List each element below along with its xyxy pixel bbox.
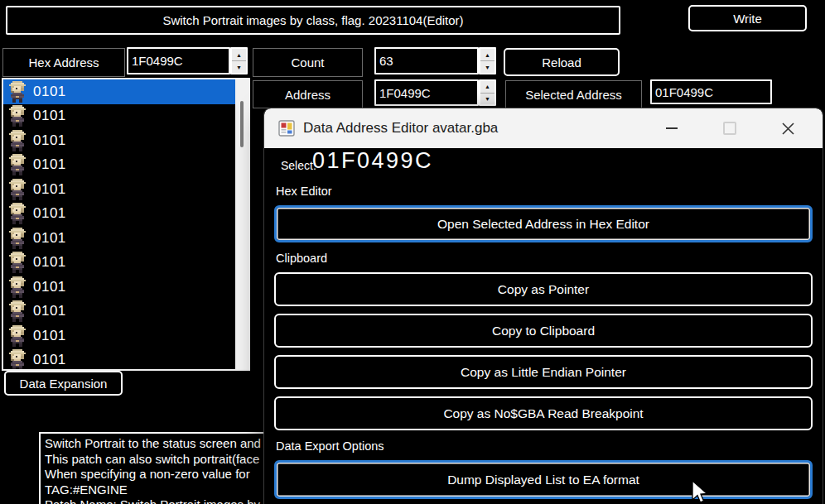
data-address-editor-dialog: Data Address Editor avatar.gba Select: 0… xyxy=(263,108,823,504)
list-item[interactable]: 0101 xyxy=(3,226,243,251)
spinner-down-icon[interactable]: ▼ xyxy=(232,61,246,73)
list-item-label: 0101 xyxy=(33,303,66,319)
open-hex-editor-button[interactable]: Open Selected Address in Hex Editor xyxy=(274,205,813,242)
copy-little-endian-button[interactable]: Copy as Little Endian Pointer xyxy=(274,355,813,389)
copy-as-pointer-button[interactable]: Copy as Pointer xyxy=(274,272,813,306)
copy-as-pointer-label: Copy as Pointer xyxy=(498,282,589,297)
copy-nogba-breakpoint-button[interactable]: Copy as No$GBA Read Breakpoint xyxy=(274,396,813,430)
hex-address-input[interactable]: 1F0499C xyxy=(127,47,230,74)
list-item-label: 0101 xyxy=(33,230,66,247)
list-item[interactable]: 0101 xyxy=(3,177,243,202)
close-icon[interactable] xyxy=(771,114,804,142)
portrait-sprite-icon xyxy=(7,179,27,200)
list-item-label: 0101 xyxy=(33,132,66,149)
portrait-sprite-icon xyxy=(7,228,27,249)
copy-little-endian-label: Copy as Little Endian Pointer xyxy=(461,365,626,380)
list-item-label: 0101 xyxy=(33,181,66,198)
portrait-sprite-icon xyxy=(7,203,27,224)
reload-button-label: Reload xyxy=(542,55,581,70)
portrait-sprite-icon xyxy=(7,349,27,371)
list-item-label: 0101 xyxy=(33,328,66,344)
hex-address-spinner: ▲ ▼ xyxy=(230,47,248,74)
dump-ea-format-label: Dump Displayed List to EA format xyxy=(447,473,639,487)
spinner-up-icon[interactable]: ▲ xyxy=(480,81,495,94)
list-item-label: 0101 xyxy=(33,279,66,295)
dump-ea-format-button[interactable]: Dump Displayed List to EA format xyxy=(274,460,813,499)
section-hex-editor: Hex Editor xyxy=(276,185,332,198)
list-item-label: 0101 xyxy=(33,254,66,271)
portrait-list[interactable]: 0101 xyxy=(2,78,250,371)
spinner-down-icon[interactable]: ▼ xyxy=(480,94,495,105)
portrait-sprite-icon xyxy=(7,105,27,127)
address-label: Address xyxy=(253,80,363,108)
count-label: Count xyxy=(253,48,363,77)
portrait-sprite-icon xyxy=(7,130,27,151)
count-spinner: ▲ ▼ xyxy=(479,47,496,74)
address-input[interactable]: 1F0499C xyxy=(374,79,479,106)
spinner-up-icon[interactable]: ▲ xyxy=(232,49,246,61)
window-title-text: Switch Portrait images by class, flag. 2… xyxy=(162,13,463,27)
list-item[interactable]: 0101 xyxy=(3,251,243,276)
app-window: Switch Portrait images by class, flag. 2… xyxy=(0,0,825,504)
select-label: Select: xyxy=(281,159,316,172)
copy-to-clipboard-button[interactable]: Copy to Clipboard xyxy=(274,314,813,348)
reload-button[interactable]: Reload xyxy=(504,48,620,76)
list-item-label: 0101 xyxy=(33,108,66,124)
portrait-list-items: 0101 xyxy=(3,79,239,371)
list-item[interactable]: 0101 xyxy=(3,104,243,129)
copy-to-clipboard-label: Copy to Clipboard xyxy=(492,324,595,338)
hex-address-label: Hex Address xyxy=(2,48,125,77)
list-item[interactable]: 0101 xyxy=(3,128,243,153)
selected-address-label: Selected Address xyxy=(505,80,642,108)
list-scrollbar-thumb[interactable] xyxy=(240,101,244,147)
portrait-sprite-icon xyxy=(7,276,27,298)
list-item-label: 0101 xyxy=(33,156,66,173)
count-input[interactable]: 63 xyxy=(374,47,479,74)
mouse-cursor-icon xyxy=(691,480,711,504)
spinner-down-icon[interactable]: ▼ xyxy=(480,61,495,73)
spinner-up-icon[interactable]: ▲ xyxy=(480,49,495,61)
winform-app-icon xyxy=(278,120,295,137)
portrait-sprite-icon xyxy=(7,81,27,103)
minimize-icon[interactable] xyxy=(655,114,688,142)
section-data-export: Data Export Options xyxy=(276,439,384,453)
list-item[interactable]: 0101 xyxy=(3,79,243,104)
maximize-icon[interactable] xyxy=(713,114,746,142)
list-item[interactable]: 0101 xyxy=(3,202,243,227)
count-value: 63 xyxy=(379,54,393,68)
list-item-label: 0101 xyxy=(33,205,66,222)
write-button[interactable]: Write xyxy=(688,5,807,31)
address-value: 1F0499C xyxy=(379,86,431,100)
selected-address-input[interactable]: 01F0499C xyxy=(650,79,772,104)
list-item[interactable]: 0101 xyxy=(3,275,243,300)
selected-address-value: 01F0499C xyxy=(655,85,713,99)
list-scrollbar-track[interactable] xyxy=(235,79,248,369)
portrait-sprite-icon xyxy=(7,154,27,175)
copy-nogba-breakpoint-label: Copy as No$GBA Read Breakpoint xyxy=(443,406,643,421)
portrait-sprite-icon xyxy=(7,252,27,273)
write-button-label: Write xyxy=(733,12,762,26)
address-spinner: ▲ ▼ xyxy=(479,79,496,106)
section-clipboard: Clipboard xyxy=(276,252,327,265)
list-item[interactable]: 0101 xyxy=(3,324,243,348)
list-item-label: 0101 xyxy=(33,84,66,100)
dialog-titlebar[interactable]: Data Address Editor avatar.gba xyxy=(264,108,823,148)
dialog-title: Data Address Editor avatar.gba xyxy=(303,120,498,137)
list-item-label: 0101 xyxy=(33,352,66,368)
list-item[interactable]: 0101 xyxy=(3,300,243,324)
window-controls xyxy=(655,114,823,142)
window-title-box: Switch Portrait images by class, flag. 2… xyxy=(6,6,620,35)
select-value: 01F0499C xyxy=(312,148,433,174)
hex-address-value: 1F0499C xyxy=(132,54,183,68)
portrait-sprite-icon xyxy=(7,325,27,347)
portrait-sprite-icon xyxy=(7,300,27,322)
open-hex-editor-label: Open Selected Address in Hex Editor xyxy=(437,217,649,232)
list-item[interactable]: 0101 xyxy=(3,153,243,178)
data-expansion-label: Data Expansion xyxy=(20,377,108,391)
list-item[interactable]: 0101 xyxy=(3,348,243,372)
data-expansion-button[interactable]: Data Expansion xyxy=(4,371,123,396)
